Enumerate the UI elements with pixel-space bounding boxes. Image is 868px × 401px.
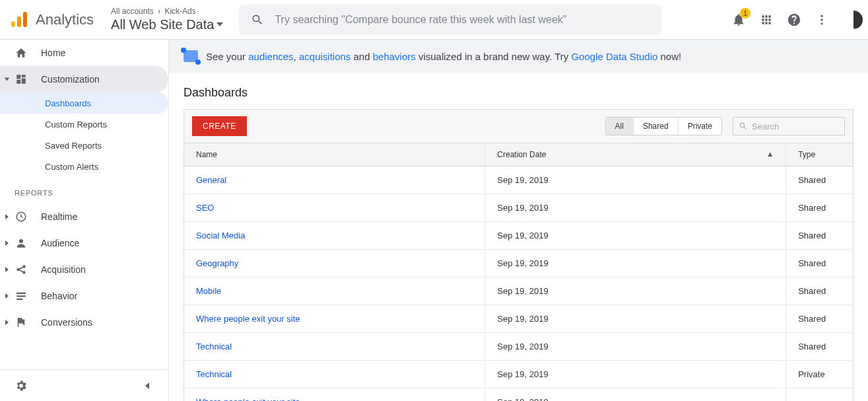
banner-text: See your audiences, acquisitions and beh… <box>206 51 681 62</box>
cell-date: Sep 19, 2019 <box>485 333 786 361</box>
caret-right-icon <box>5 320 9 325</box>
create-button[interactable]: CREATE <box>192 116 247 136</box>
page-title: Dashboards <box>184 86 868 100</box>
cell-name: Where people exit your site <box>184 305 485 333</box>
caret-right-icon <box>5 240 9 246</box>
data-studio-icon <box>184 50 198 62</box>
apps-icon <box>760 13 773 26</box>
col-name[interactable]: Name <box>184 143 485 166</box>
breadcrumb-parent: All accounts <box>111 7 154 16</box>
cell-name: Technical <box>184 361 485 388</box>
caret-right-icon <box>5 293 9 299</box>
breadcrumb: All accounts › Kick-Ads <box>111 7 223 16</box>
link-audiences[interactable]: audiences <box>248 51 293 62</box>
sidebar-item-label: Home <box>41 48 65 58</box>
collapse-sidebar-button[interactable] <box>139 378 155 394</box>
cell-type: Shared <box>786 277 853 305</box>
sidebar-item-label: Customization <box>41 74 100 85</box>
tab-private[interactable]: Private <box>678 118 721 135</box>
cell-name: Mobile <box>184 277 485 305</box>
breadcrumb-child: Kick-Ads <box>164 7 195 16</box>
dashboard-link[interactable]: Technical <box>196 369 232 379</box>
svg-rect-1 <box>17 17 21 27</box>
dashboard-link[interactable]: Where people exit your site <box>196 397 300 401</box>
sidebar-item-acquisition[interactable]: Acquisition <box>0 256 168 283</box>
sidebar-item-conversions[interactable]: Conversions <box>0 309 168 336</box>
cell-date: Sep 19, 2019 <box>485 250 786 277</box>
apps-button[interactable] <box>758 12 774 28</box>
table-search[interactable]: Search <box>733 117 845 135</box>
caret-right-icon <box>5 214 9 219</box>
cell-type: Shared <box>786 305 853 333</box>
table-row: TechnicalSep 19, 2019Shared <box>184 333 853 361</box>
dashboard-link[interactable]: Mobile <box>196 286 221 296</box>
property-selector[interactable]: All accounts › Kick-Ads All Web Site Dat… <box>111 7 223 32</box>
flag-icon <box>15 316 28 328</box>
sidebar-item-label: Acquisition <box>41 264 86 275</box>
svg-point-9 <box>23 266 25 268</box>
notification-badge: 1 <box>740 8 751 18</box>
dashboard-link[interactable]: Technical <box>196 342 232 351</box>
svg-rect-0 <box>11 21 15 27</box>
table-row: Where people exit your siteSep 19, 2019 <box>184 388 853 402</box>
sidebar-item-label: Audience <box>41 238 79 248</box>
clock-icon <box>15 211 28 223</box>
dashboard-link[interactable]: SEO <box>196 203 214 213</box>
dashboard-link[interactable]: Social Media <box>196 231 245 240</box>
link-data-studio[interactable]: Google Data Studio <box>571 51 657 62</box>
dashboard-link[interactable]: Where people exit your site <box>196 314 300 324</box>
dashboard-link[interactable]: Geography <box>196 258 238 268</box>
sidebar-item-customization[interactable]: Customization <box>0 66 168 92</box>
cell-name: SEO <box>184 194 485 222</box>
help-button[interactable] <box>786 12 802 28</box>
sidebar-sub-label: Dashboards <box>45 98 91 108</box>
sidebar-sub-dashboards[interactable]: Dashboards <box>0 92 168 114</box>
cell-date: Sep 19, 2019 <box>485 361 786 388</box>
sort-asc-icon: ▲ <box>766 150 774 158</box>
user-avatar[interactable] <box>844 11 863 29</box>
tab-shared[interactable]: Shared <box>633 118 678 135</box>
sidebar-item-realtime[interactable]: Realtime <box>0 203 168 230</box>
cell-type: Shared <box>786 222 853 250</box>
dashboard-icon <box>15 73 28 85</box>
dashboards-table: Name Creation Date▲ Type GeneralSep 19, … <box>184 143 853 401</box>
link-acquisitions[interactable]: acquisitions <box>299 51 351 62</box>
table-search-placeholder: Search <box>752 122 779 131</box>
sidebar-sub-saved-reports[interactable]: Saved Reports <box>0 135 168 156</box>
global-search[interactable]: Try searching "Compare bounce rate this … <box>239 5 661 35</box>
cell-name: Geography <box>184 250 485 277</box>
sidebar-sub-custom-alerts[interactable]: Custom Alerts <box>0 156 168 177</box>
col-type[interactable]: Type <box>786 143 853 166</box>
col-creation-date[interactable]: Creation Date▲ <box>485 143 786 166</box>
table-row: TechnicalSep 19, 2019Private <box>184 361 853 388</box>
svg-point-10 <box>23 272 25 273</box>
notifications-button[interactable]: 1 <box>731 12 747 28</box>
more-button[interactable] <box>814 12 830 28</box>
table-row: Where people exit your siteSep 19, 2019S… <box>184 305 853 333</box>
settings-button[interactable] <box>13 378 29 394</box>
sidebar-item-home[interactable]: Home <box>0 40 168 66</box>
list-icon <box>15 290 28 302</box>
cell-type: Shared <box>786 250 853 277</box>
dashboard-link[interactable]: General <box>196 175 226 185</box>
svg-point-5 <box>820 22 822 24</box>
svg-point-8 <box>17 269 19 271</box>
header-actions: 1 <box>731 11 863 29</box>
table-row: MobileSep 19, 2019Shared <box>184 277 853 305</box>
sidebar-sub-custom-reports[interactable]: Custom Reports <box>0 114 168 135</box>
table-row: SEOSep 19, 2019Shared <box>184 194 853 222</box>
search-icon <box>739 122 748 131</box>
caret-right-icon <box>5 267 9 272</box>
svg-rect-12 <box>17 295 26 297</box>
chevron-right-icon: › <box>158 7 160 16</box>
more-vert-icon <box>815 13 828 26</box>
sidebar-footer <box>0 369 168 401</box>
product-logo-block[interactable]: Analytics <box>9 11 94 29</box>
tab-all[interactable]: All <box>606 118 633 135</box>
sidebar-item-behavior[interactable]: Behavior <box>0 283 168 309</box>
sidebar-sub-label: Custom Reports <box>45 120 107 129</box>
sidebar-item-audience[interactable]: Audience <box>0 230 168 256</box>
cell-type <box>786 388 853 402</box>
sidebar-item-label: Realtime <box>41 211 77 222</box>
link-behaviors[interactable]: behaviors <box>373 51 416 62</box>
